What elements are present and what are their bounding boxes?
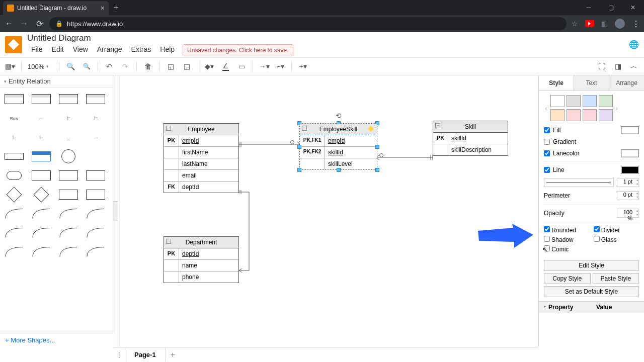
shadow-checkbox[interactable] bbox=[544, 236, 550, 242]
paste-style-button[interactable]: Paste Style bbox=[593, 273, 639, 284]
shape-entity-2[interactable] bbox=[57, 168, 79, 183]
add-page-button[interactable]: + bbox=[166, 350, 180, 359]
shape-row-5[interactable]: ⊢ bbox=[3, 130, 25, 145]
swatch-next-button[interactable]: › bbox=[615, 104, 619, 112]
swatch[interactable] bbox=[583, 109, 597, 121]
shadow-button[interactable]: ▭ bbox=[234, 59, 249, 73]
zoom-input[interactable]: 100% bbox=[26, 62, 55, 71]
menu-arrange[interactable]: Arrange bbox=[93, 44, 126, 56]
swatch[interactable] bbox=[550, 95, 565, 107]
resize-handle[interactable] bbox=[297, 168, 301, 172]
outline-handle[interactable]: ⋮ bbox=[113, 347, 125, 362]
shape-curve-3[interactable] bbox=[57, 206, 79, 221]
swatch[interactable] bbox=[599, 95, 613, 107]
zoom-out-button[interactable]: 🔍 bbox=[79, 59, 94, 73]
url-input[interactable]: 🔒 https://www.draw.io bbox=[49, 17, 567, 30]
shape-curve-7[interactable] bbox=[57, 225, 79, 240]
fullscreen-button[interactable]: ⛶ bbox=[595, 59, 609, 73]
tab-arrange[interactable]: Arrange bbox=[609, 75, 644, 90]
shape-diamond-1[interactable] bbox=[3, 187, 25, 202]
table-employee[interactable]: −Employee PKempId firstName lastName ema… bbox=[164, 123, 239, 193]
resize-handle[interactable] bbox=[375, 168, 379, 172]
forward-button[interactable]: → bbox=[19, 19, 29, 28]
shape-table-2[interactable] bbox=[30, 92, 52, 107]
shape-cloud[interactable] bbox=[3, 168, 25, 183]
glass-checkbox[interactable] bbox=[594, 236, 600, 242]
format-panel-button[interactable]: ◨ bbox=[611, 59, 625, 73]
lanecolor-chip[interactable] bbox=[621, 149, 639, 157]
window-minimize-button[interactable]: ─ bbox=[578, 0, 600, 15]
shape-circle[interactable] bbox=[57, 149, 79, 164]
resize-handle[interactable] bbox=[297, 145, 301, 149]
document-title[interactable]: Untitled Diagram bbox=[27, 33, 293, 43]
new-tab-button[interactable]: + bbox=[114, 3, 118, 12]
extension-icon[interactable]: ◧ bbox=[601, 20, 608, 28]
swatch[interactable] bbox=[567, 95, 581, 107]
shape-table-4[interactable] bbox=[85, 92, 107, 107]
insert-button[interactable]: +▾ bbox=[296, 59, 310, 73]
canvas[interactable]: −Employee PKempId firstName lastName ema… bbox=[113, 75, 538, 347]
palette-title[interactable]: Entity Relation bbox=[0, 75, 113, 87]
rotate-handle-icon[interactable]: ⟲ bbox=[336, 112, 342, 120]
shape-curve-5[interactable] bbox=[3, 225, 25, 240]
swatch[interactable] bbox=[599, 109, 613, 121]
shape-curve-8[interactable] bbox=[85, 225, 107, 240]
swatch[interactable] bbox=[583, 95, 597, 107]
shape-table-3[interactable] bbox=[57, 92, 79, 107]
shape-entity-4[interactable] bbox=[57, 187, 79, 202]
shape-row-4[interactable]: ⊢ bbox=[85, 111, 107, 126]
shape-row-7[interactable]: — bbox=[57, 130, 79, 145]
collapse-icon[interactable]: − bbox=[435, 123, 440, 128]
shape-curve-9[interactable] bbox=[3, 244, 25, 259]
page-tab[interactable]: Page-1 bbox=[125, 348, 166, 361]
shape-row-label[interactable]: Row bbox=[3, 111, 25, 126]
line-color-chip[interactable] bbox=[621, 166, 639, 174]
delete-button[interactable]: 🗑 bbox=[141, 59, 155, 73]
shape-entity-1[interactable] bbox=[30, 168, 52, 183]
menu-extras[interactable]: Extras bbox=[127, 44, 155, 56]
table-skill[interactable]: −Skill PKskillId skillDescription bbox=[433, 121, 508, 156]
line-style-select[interactable] bbox=[544, 178, 614, 187]
profile-avatar[interactable] bbox=[615, 19, 625, 29]
opacity-input[interactable]: 100 % bbox=[617, 209, 639, 218]
menu-file[interactable]: File bbox=[27, 44, 47, 56]
shape-row-3[interactable]: ⊢ bbox=[57, 111, 79, 126]
menu-view[interactable]: View bbox=[69, 44, 92, 56]
sidebar-collapse-handle[interactable] bbox=[113, 201, 118, 221]
browser-tab[interactable]: Untitled Diagram - draw.io × bbox=[3, 1, 109, 15]
table-employeeskill[interactable]: ⟲ −EmployeeSkill PK,FK1empId PK,FK2skill… bbox=[299, 123, 377, 170]
bookmark-icon[interactable]: ☆ bbox=[572, 20, 578, 28]
shape-row-8[interactable]: — bbox=[85, 130, 107, 145]
language-icon[interactable]: 🌐 bbox=[629, 40, 639, 49]
browser-menu-button[interactable]: ⋮ bbox=[632, 19, 640, 29]
back-button[interactable]: ← bbox=[4, 19, 14, 28]
shape-curve-12[interactable] bbox=[85, 244, 107, 259]
fill-color-chip[interactable] bbox=[621, 126, 639, 134]
waypoint-button[interactable]: ⌐▾ bbox=[273, 59, 287, 73]
shape-curve-10[interactable] bbox=[30, 244, 52, 259]
fill-color-button[interactable]: ◆▾ bbox=[202, 59, 216, 73]
collapse-icon[interactable]: − bbox=[302, 126, 307, 131]
resize-handle[interactable] bbox=[337, 168, 341, 172]
shape-curve-6[interactable] bbox=[30, 225, 52, 240]
view-mode-button[interactable]: ▤▾ bbox=[3, 59, 17, 73]
shape-curve-2[interactable] bbox=[30, 206, 52, 221]
swatch[interactable] bbox=[550, 109, 565, 121]
shape-entity-box[interactable] bbox=[3, 149, 25, 164]
collapse-icon[interactable]: − bbox=[166, 126, 171, 131]
shape-curve-4[interactable] bbox=[85, 206, 107, 221]
shape-note[interactable] bbox=[85, 187, 107, 202]
window-close-button[interactable]: ✕ bbox=[622, 0, 644, 15]
shape-row-6[interactable]: ⊢ bbox=[30, 130, 52, 145]
line-color-button[interactable]: ∠ bbox=[218, 59, 232, 73]
undo-button[interactable]: ↶ bbox=[102, 59, 116, 73]
rounded-checkbox[interactable] bbox=[544, 226, 550, 232]
youtube-extension-icon[interactable] bbox=[585, 20, 594, 27]
menu-edit[interactable]: Edit bbox=[48, 44, 68, 56]
gradient-checkbox[interactable] bbox=[544, 139, 550, 145]
collapse-button[interactable]: ︿ bbox=[627, 59, 641, 73]
swatch-prev-button[interactable]: ‹ bbox=[544, 104, 548, 112]
shape-entity-3[interactable] bbox=[85, 168, 107, 183]
window-maximize-button[interactable]: ▢ bbox=[600, 0, 622, 15]
menu-help[interactable]: Help bbox=[156, 44, 179, 56]
